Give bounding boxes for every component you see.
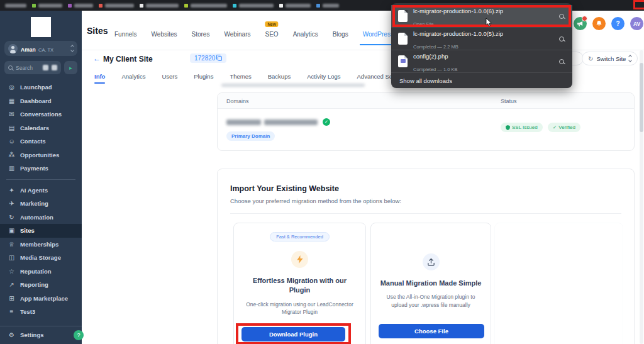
browser-tab[interactable] (184, 4, 227, 8)
tab-seo[interactable]: New SEO (265, 31, 279, 38)
sidebar-item-automation[interactable]: ↻Automation (0, 211, 82, 225)
tab-funnels[interactable]: Funnels (114, 31, 137, 38)
site-id-badge[interactable]: 172820 (190, 53, 226, 63)
sidebar-item-reporting[interactable]: ↗Reporting (0, 278, 82, 292)
browser-tab[interactable] (32, 4, 62, 8)
site-tab-info[interactable]: Info (94, 73, 105, 80)
zip-file-icon (398, 10, 408, 22)
switch-site-button[interactable]: ↻ Switch Site (582, 52, 638, 65)
annotation-box-downloads-button (633, 0, 644, 9)
domains-table-header: Domains Status (218, 93, 634, 109)
upload-icon (423, 253, 440, 270)
download-file-status: Completed — 1.0 KB (413, 67, 457, 72)
search-placeholder: Search (16, 65, 40, 71)
sidebar-item-memberships[interactable]: ♕Memberships (0, 238, 82, 252)
site-tab-themes[interactable]: Themes (230, 73, 251, 80)
plugin-migration-card: Fast & Recommended Effortless Migration … (233, 223, 366, 344)
sidebar-item-reputation[interactable]: ☆Reputation (0, 265, 82, 279)
browser-tab[interactable] (316, 4, 339, 8)
account-switcher[interactable]: Aman CA, TX (4, 41, 77, 56)
copy-icon[interactable] (218, 56, 222, 61)
support-bubble[interactable]: ? (74, 330, 84, 340)
browser-tab[interactable] (140, 4, 179, 8)
check-icon: ✓ (553, 125, 557, 130)
sidebar-item-label: Memberships (20, 241, 58, 248)
download-item-3[interactable]: config(2).php Completed — 1.0 KB (391, 50, 572, 72)
domain-row[interactable]: ✓ Primary Domain SSL Issued ✓ Verified (218, 109, 634, 150)
section-description-blurred (221, 84, 365, 87)
sidebar-item-marketing[interactable]: ✈Marketing (0, 197, 82, 211)
sidebar-item-opportunities[interactable]: ⁂Opportunities (0, 148, 82, 162)
search-input[interactable]: Search (4, 61, 61, 74)
favicon (99, 4, 103, 8)
browser-tab[interactable] (5, 4, 26, 8)
favicon (316, 4, 320, 8)
show-all-downloads-link[interactable]: Show all downloads (391, 72, 572, 88)
gear-icon: ⚙ (8, 331, 16, 338)
site-tab-analytics[interactable]: Analytics (121, 73, 145, 80)
site-tab-backups[interactable]: Backups (268, 73, 291, 80)
shortcut-key-icon (52, 65, 57, 70)
sidebar-item-conversations[interactable]: ✉Conversations (0, 108, 82, 121)
sidebar-item-label: App Marketplace (20, 295, 68, 302)
status-column-header: Status (501, 98, 517, 104)
agency-logo[interactable] (31, 17, 51, 37)
browser-tab[interactable] (99, 4, 134, 8)
browser-tab[interactable] (279, 4, 311, 8)
site-tab-users[interactable]: Users (162, 73, 177, 80)
manual-card-title: Manual Migration Made Simple (379, 279, 483, 288)
avatar[interactable]: AV (630, 17, 643, 30)
tab-analytics[interactable]: Analytics (293, 31, 318, 38)
sidebar-item-dashboard[interactable]: ▦Dashboard (0, 94, 82, 108)
sidebar-item-label: Calendars (20, 125, 49, 131)
tab-wordpress[interactable]: WordPress (363, 31, 394, 38)
tab-stores[interactable]: Stores (192, 31, 210, 38)
reputation-icon: ☆ (8, 268, 16, 275)
sidebar: Aman CA, TX Search ▸ ◎Launchpad ▦Dashboa… (0, 11, 82, 344)
search-downloads-icon[interactable] (559, 14, 564, 19)
download-item-1[interactable]: lc-migrator-production-1.0.0(6).zip Open… (391, 5, 572, 27)
site-tab-plugins[interactable]: Plugins (194, 73, 213, 80)
scrollbar-track[interactable] (640, 50, 643, 344)
sidebar-item-test3[interactable]: ≡Test3 (0, 305, 82, 319)
sidebar-item-launchpad[interactable]: ◎Launchpad (0, 80, 82, 94)
choose-file-button[interactable]: Choose File (379, 324, 484, 338)
account-avatar-icon (8, 44, 18, 53)
notifications-bell-icon[interactable] (592, 17, 606, 30)
shortcut-key-icon (43, 65, 48, 70)
domain-status: SSL Issued ✓ Verified (501, 123, 580, 132)
sidebar-divider (6, 179, 75, 180)
sidebar-item-settings[interactable]: ⚙ Settings (0, 328, 82, 342)
site-tab-activity-logs[interactable]: Activity Logs (307, 73, 340, 80)
announcements-megaphone-icon[interactable] (574, 17, 587, 30)
search-downloads-icon[interactable] (559, 59, 564, 64)
sidebar-collapse-button[interactable]: ▸ (64, 61, 77, 74)
conversations-icon: ✉ (8, 111, 16, 118)
help-button[interactable]: ? (611, 17, 625, 30)
lightning-icon (291, 251, 308, 268)
search-downloads-icon[interactable] (559, 36, 564, 42)
sidebar-item-media-storage[interactable]: ◫Media Storage (0, 251, 82, 265)
back-button[interactable]: ← (93, 54, 101, 63)
download-item-2[interactable]: lc-migrator-production-1.0.0(5).zip Comp… (391, 28, 572, 50)
download-plugin-button[interactable]: Download Plugin (242, 327, 345, 341)
sidebar-item-label: Automation (20, 214, 53, 221)
reporting-icon: ↗ (8, 281, 16, 288)
tab-websites[interactable]: Websites (152, 31, 177, 38)
scrollbar-thumb[interactable] (640, 63, 643, 132)
browser-tab[interactable] (233, 4, 274, 8)
sidebar-item-contacts[interactable]: ☺Contacts (0, 135, 82, 148)
sidebar-item-label: Marketing (20, 200, 48, 207)
sidebar-item-calendars[interactable]: ▤Calendars (0, 121, 82, 135)
sidebar-item-payments[interactable]: ▥Payments (0, 162, 82, 175)
sidebar-item-ai-agents[interactable]: ✦AI Agents (0, 184, 82, 197)
tab-webinars[interactable]: Webinars (224, 31, 250, 38)
sidebar-item-label: Opportunities (20, 152, 59, 158)
domains-column-header: Domains (226, 98, 249, 104)
browser-tab[interactable] (68, 4, 93, 8)
sidebar-item-label: Payments (20, 165, 48, 172)
tab-blogs[interactable]: Blogs (333, 31, 348, 38)
sidebar-item-app-marketplace[interactable]: ⊞App Marketplace (0, 292, 82, 306)
sidebar-item-sites[interactable]: ▣Sites (0, 224, 82, 238)
account-location: CA, TX (38, 47, 53, 53)
